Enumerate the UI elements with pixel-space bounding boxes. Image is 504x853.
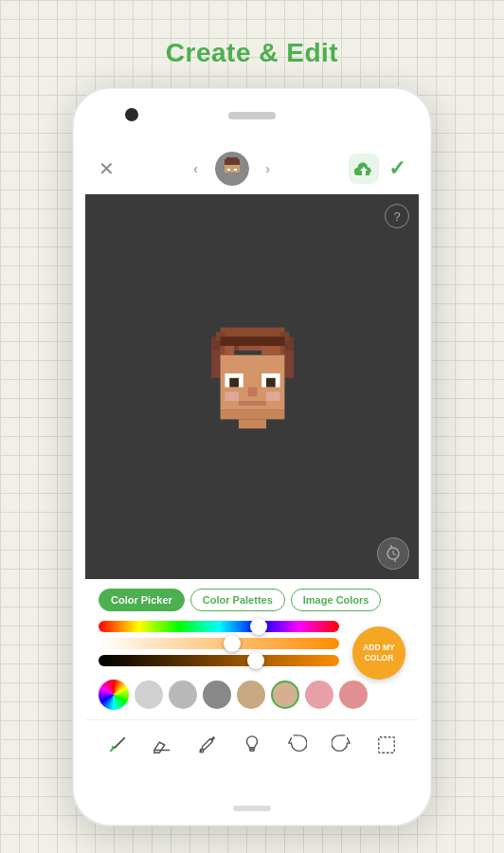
color-picker-section: Color Picker Color Palettes Image Colors (85, 579, 419, 719)
toolbar-center: ‹ › (185, 152, 279, 186)
canvas-area[interactable]: ? (85, 194, 419, 579)
brightness-thumb[interactable] (247, 652, 264, 669)
brush-tool-button[interactable] (100, 728, 135, 762)
swatch-1[interactable] (169, 681, 197, 709)
redo-button[interactable] (325, 728, 359, 762)
avatar-icon (215, 152, 249, 186)
help-button[interactable]: ? (385, 204, 409, 228)
swatch-0[interactable] (135, 681, 163, 709)
phone-frame: ✕ ‹ › (72, 87, 432, 826)
close-button[interactable]: ✕ (99, 157, 115, 180)
svg-rect-25 (229, 377, 239, 387)
svg-rect-26 (266, 377, 276, 387)
avatar (215, 152, 249, 186)
swatch-3[interactable] (237, 681, 265, 709)
svg-rect-17 (210, 350, 220, 377)
saturation-thumb[interactable] (224, 635, 241, 652)
brightness-slider[interactable] (99, 655, 339, 666)
svg-rect-31 (225, 345, 234, 354)
svg-rect-28 (225, 391, 239, 401)
prev-button[interactable]: ‹ (185, 157, 207, 180)
eraser-tool-button[interactable] (145, 728, 179, 762)
phone-speaker (228, 112, 276, 119)
hue-slider[interactable] (99, 621, 339, 632)
redo-icon (332, 735, 352, 755)
svg-rect-7 (362, 171, 366, 175)
swatch-6[interactable] (339, 681, 368, 709)
tab-color-palettes[interactable]: Color Palettes (190, 589, 285, 611)
color-tabs: Color Picker Color Palettes Image Colors (99, 589, 405, 611)
add-color-label: ADD MY COLOR (363, 643, 395, 663)
svg-rect-18 (284, 350, 294, 377)
swatch-2[interactable] (203, 681, 231, 709)
bottom-toolbar (85, 719, 419, 770)
svg-rect-32 (261, 345, 279, 354)
svg-rect-30 (238, 401, 265, 406)
rotate-view-button[interactable] (377, 537, 409, 570)
tab-color-picker[interactable]: Color Picker (99, 589, 185, 611)
phone-screen: ✕ ‹ › (85, 144, 419, 770)
cloud-save-button[interactable] (349, 154, 379, 184)
color-wheel-swatch[interactable] (99, 680, 129, 710)
phone-camera (125, 108, 138, 121)
brightness-slider-row (99, 655, 339, 666)
svg-rect-37 (379, 737, 395, 753)
sliders-container: ADD MY COLOR (99, 621, 405, 666)
svg-rect-34 (220, 409, 284, 419)
hue-thumb[interactable] (250, 618, 267, 635)
bulb-icon (242, 735, 262, 755)
palette-row (99, 674, 405, 714)
eyedropper-tool-button[interactable] (190, 728, 225, 762)
select-tool-button[interactable] (369, 728, 404, 762)
svg-rect-5 (234, 169, 237, 171)
swatch-4[interactable] (271, 681, 299, 709)
cloud-icon (354, 162, 373, 175)
eraser-icon (152, 735, 172, 755)
svg-rect-27 (247, 387, 257, 396)
swatch-5[interactable] (305, 681, 333, 709)
brush-icon (107, 735, 128, 755)
editor-toolbar: ✕ ‹ › (85, 144, 419, 194)
hue-slider-row (99, 621, 339, 632)
undo-button[interactable] (279, 728, 314, 762)
svg-rect-35 (238, 419, 265, 428)
fill-tool-button[interactable] (235, 728, 269, 762)
svg-rect-6 (227, 169, 230, 171)
undo-icon (286, 735, 307, 755)
next-button[interactable]: › (257, 157, 279, 180)
svg-rect-3 (226, 157, 238, 163)
saturation-slider-row (99, 638, 339, 649)
svg-rect-33 (220, 336, 284, 346)
select-icon (376, 735, 397, 755)
tab-image-colors[interactable]: Image Colors (291, 589, 382, 611)
add-color-button[interactable]: ADD MY COLOR (352, 626, 405, 680)
svg-rect-29 (266, 391, 280, 401)
minecraft-head (179, 314, 326, 461)
toolbar-right: ✓ (349, 154, 405, 184)
eyedropper-icon (197, 735, 218, 755)
saturation-slider[interactable] (99, 638, 339, 649)
rotate-icon (385, 545, 402, 562)
confirm-button[interactable]: ✓ (388, 156, 405, 181)
page-title: Create & Edit (166, 38, 338, 68)
phone-home-indicator (233, 806, 271, 811)
